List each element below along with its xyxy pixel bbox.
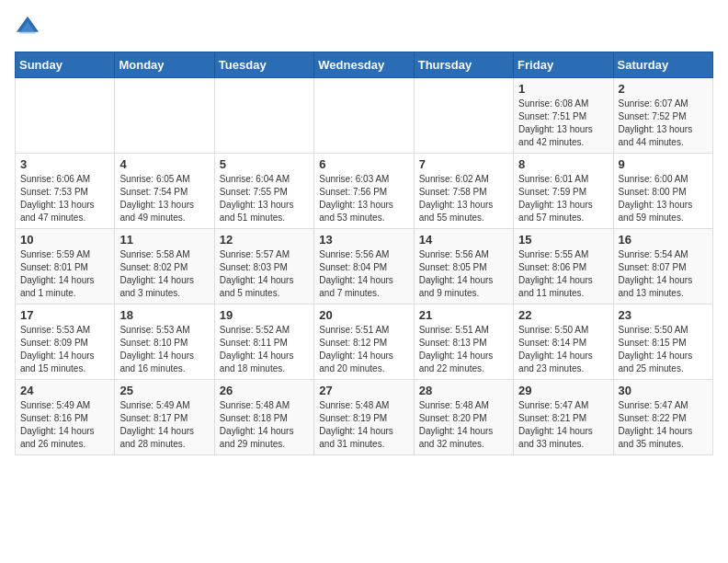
dow-header: Wednesday	[314, 52, 414, 78]
day-info: Sunrise: 6:05 AM Sunset: 7:54 PM Dayligh…	[119, 173, 209, 224]
day-number: 26	[220, 384, 309, 397]
day-info: Sunrise: 5:47 AM Sunset: 8:22 PM Dayligh…	[619, 399, 708, 451]
day-number: 11	[119, 233, 209, 247]
calendar-cell	[414, 78, 513, 154]
day-number: 13	[319, 233, 408, 247]
day-info: Sunrise: 5:59 AM Sunset: 8:01 PM Dayligh…	[20, 248, 109, 300]
day-info: Sunrise: 6:07 AM Sunset: 7:52 PM Dayligh…	[619, 98, 708, 149]
day-number: 3	[20, 157, 109, 171]
calendar-cell: 30Sunrise: 5:47 AM Sunset: 8:22 PM Dayli…	[613, 380, 712, 455]
calendar-cell: 6Sunrise: 6:03 AM Sunset: 7:56 PM Daylig…	[314, 154, 414, 229]
day-info: Sunrise: 5:47 AM Sunset: 8:21 PM Dayligh…	[518, 399, 608, 451]
calendar-cell	[16, 78, 115, 154]
calendar-cell	[314, 78, 414, 154]
day-number: 22	[518, 308, 608, 322]
day-number: 4	[119, 157, 209, 171]
day-info: Sunrise: 6:00 AM Sunset: 8:00 PM Dayligh…	[619, 173, 708, 224]
day-info: Sunrise: 5:56 AM Sunset: 8:04 PM Dayligh…	[319, 248, 408, 300]
calendar-cell: 9Sunrise: 6:00 AM Sunset: 8:00 PM Daylig…	[613, 154, 712, 229]
day-info: Sunrise: 5:58 AM Sunset: 8:02 PM Dayligh…	[119, 248, 209, 300]
calendar-cell: 29Sunrise: 5:47 AM Sunset: 8:21 PM Dayli…	[514, 380, 613, 455]
day-info: Sunrise: 5:51 AM Sunset: 8:12 PM Dayligh…	[319, 324, 408, 375]
day-number: 10	[20, 233, 109, 247]
calendar-cell: 15Sunrise: 5:55 AM Sunset: 8:06 PM Dayli…	[514, 229, 613, 304]
day-number: 25	[119, 384, 209, 397]
calendar-cell: 20Sunrise: 5:51 AM Sunset: 8:12 PM Dayli…	[314, 304, 414, 380]
calendar-cell: 3Sunrise: 6:06 AM Sunset: 7:53 PM Daylig…	[16, 154, 115, 229]
calendar-cell: 18Sunrise: 5:53 AM Sunset: 8:10 PM Dayli…	[115, 304, 214, 380]
calendar-cell: 19Sunrise: 5:52 AM Sunset: 8:11 PM Dayli…	[214, 304, 313, 380]
calendar-cell	[115, 78, 214, 154]
calendar-cell: 23Sunrise: 5:50 AM Sunset: 8:15 PM Dayli…	[613, 304, 712, 380]
day-info: Sunrise: 6:03 AM Sunset: 7:56 PM Dayligh…	[319, 173, 408, 224]
calendar-cell: 1Sunrise: 6:08 AM Sunset: 7:51 PM Daylig…	[514, 78, 613, 154]
calendar-cell: 27Sunrise: 5:48 AM Sunset: 8:19 PM Dayli…	[314, 380, 414, 455]
day-info: Sunrise: 5:54 AM Sunset: 8:07 PM Dayligh…	[619, 248, 708, 300]
day-info: Sunrise: 5:51 AM Sunset: 8:13 PM Dayligh…	[419, 324, 508, 375]
day-info: Sunrise: 5:52 AM Sunset: 8:11 PM Dayligh…	[220, 324, 309, 375]
dow-header: Tuesday	[214, 52, 313, 78]
dow-header: Saturday	[613, 52, 712, 78]
day-number: 17	[20, 308, 109, 322]
day-number: 23	[619, 308, 708, 322]
calendar-cell: 17Sunrise: 5:53 AM Sunset: 8:09 PM Dayli…	[16, 304, 115, 380]
day-number: 20	[319, 308, 408, 322]
day-info: Sunrise: 5:49 AM Sunset: 8:17 PM Dayligh…	[119, 399, 209, 451]
day-info: Sunrise: 6:08 AM Sunset: 7:51 PM Dayligh…	[518, 98, 608, 149]
day-info: Sunrise: 5:48 AM Sunset: 8:18 PM Dayligh…	[220, 399, 309, 451]
day-number: 1	[518, 82, 608, 96]
calendar-cell: 7Sunrise: 6:02 AM Sunset: 7:58 PM Daylig…	[414, 154, 513, 229]
day-info: Sunrise: 5:49 AM Sunset: 8:16 PM Dayligh…	[20, 399, 109, 451]
day-number: 9	[619, 157, 708, 171]
day-info: Sunrise: 6:01 AM Sunset: 7:59 PM Dayligh…	[518, 173, 608, 224]
calendar-table: SundayMondayTuesdayWednesdayThursdayFrid…	[15, 52, 713, 455]
calendar-cell: 21Sunrise: 5:51 AM Sunset: 8:13 PM Dayli…	[414, 304, 513, 380]
calendar-cell: 25Sunrise: 5:49 AM Sunset: 8:17 PM Dayli…	[115, 380, 214, 455]
day-info: Sunrise: 5:53 AM Sunset: 8:09 PM Dayligh…	[20, 324, 109, 375]
day-info: Sunrise: 5:57 AM Sunset: 8:03 PM Dayligh…	[220, 248, 309, 300]
day-number: 19	[220, 308, 309, 322]
day-number: 29	[518, 384, 608, 397]
calendar-cell: 16Sunrise: 5:54 AM Sunset: 8:07 PM Dayli…	[613, 229, 712, 304]
calendar-cell: 28Sunrise: 5:48 AM Sunset: 8:20 PM Dayli…	[414, 380, 513, 455]
day-number: 6	[319, 157, 408, 171]
calendar-cell: 26Sunrise: 5:48 AM Sunset: 8:18 PM Dayli…	[214, 380, 313, 455]
day-number: 8	[518, 157, 608, 171]
day-number: 21	[419, 308, 508, 322]
day-number: 28	[419, 384, 508, 397]
dow-header: Monday	[115, 52, 214, 78]
day-info: Sunrise: 5:50 AM Sunset: 8:15 PM Dayligh…	[619, 324, 708, 375]
calendar-cell: 8Sunrise: 6:01 AM Sunset: 7:59 PM Daylig…	[514, 154, 613, 229]
calendar-cell: 2Sunrise: 6:07 AM Sunset: 7:52 PM Daylig…	[613, 78, 712, 154]
calendar-cell	[214, 78, 313, 154]
day-number: 2	[619, 82, 708, 96]
day-info: Sunrise: 5:55 AM Sunset: 8:06 PM Dayligh…	[518, 248, 608, 300]
dow-header: Thursday	[414, 52, 513, 78]
day-info: Sunrise: 5:48 AM Sunset: 8:20 PM Dayligh…	[419, 399, 508, 451]
header	[15, 15, 713, 40]
day-info: Sunrise: 5:56 AM Sunset: 8:05 PM Dayligh…	[419, 248, 508, 300]
calendar-cell: 24Sunrise: 5:49 AM Sunset: 8:16 PM Dayli…	[16, 380, 115, 455]
calendar-cell: 11Sunrise: 5:58 AM Sunset: 8:02 PM Dayli…	[115, 229, 214, 304]
day-number: 14	[419, 233, 508, 247]
calendar-cell: 14Sunrise: 5:56 AM Sunset: 8:05 PM Dayli…	[414, 229, 513, 304]
day-info: Sunrise: 6:04 AM Sunset: 7:55 PM Dayligh…	[220, 173, 309, 224]
logo	[15, 15, 44, 40]
logo-icon	[15, 15, 40, 40]
day-number: 30	[619, 384, 708, 397]
day-info: Sunrise: 5:53 AM Sunset: 8:10 PM Dayligh…	[119, 324, 209, 375]
day-number: 18	[119, 308, 209, 322]
calendar-cell: 13Sunrise: 5:56 AM Sunset: 8:04 PM Dayli…	[314, 229, 414, 304]
calendar-cell: 10Sunrise: 5:59 AM Sunset: 8:01 PM Dayli…	[16, 229, 115, 304]
calendar-cell: 5Sunrise: 6:04 AM Sunset: 7:55 PM Daylig…	[214, 154, 313, 229]
dow-header: Sunday	[16, 52, 115, 78]
calendar-cell: 12Sunrise: 5:57 AM Sunset: 8:03 PM Dayli…	[214, 229, 313, 304]
calendar-cell: 22Sunrise: 5:50 AM Sunset: 8:14 PM Dayli…	[514, 304, 613, 380]
day-info: Sunrise: 6:02 AM Sunset: 7:58 PM Dayligh…	[419, 173, 508, 224]
day-info: Sunrise: 5:48 AM Sunset: 8:19 PM Dayligh…	[319, 399, 408, 451]
day-number: 15	[518, 233, 608, 247]
day-number: 12	[220, 233, 309, 247]
day-info: Sunrise: 5:50 AM Sunset: 8:14 PM Dayligh…	[518, 324, 608, 375]
day-number: 7	[419, 157, 508, 171]
dow-header: Friday	[514, 52, 613, 78]
